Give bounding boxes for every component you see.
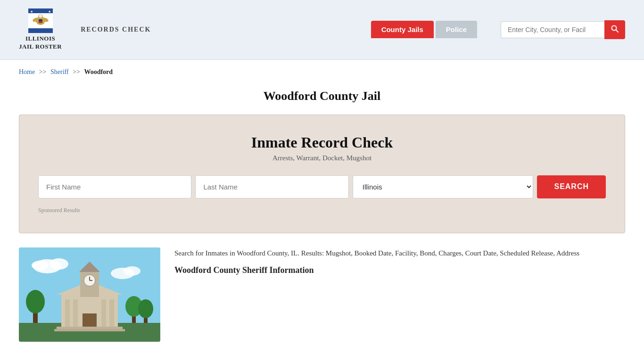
svg-rect-29 [65, 299, 70, 328]
svg-rect-30 [73, 299, 78, 328]
records-check-label: RECORDS CHECK [81, 26, 151, 33]
svg-point-20 [124, 266, 140, 276]
svg-rect-32 [109, 299, 114, 328]
breadcrumb-home[interactable]: Home [19, 68, 35, 75]
site-logo[interactable]: ★ ★ ILLINOIS JAIL ROSTER [19, 8, 62, 51]
inmate-search-box: Inmate Record Check Arrests, Warrant, Do… [19, 115, 625, 233]
svg-rect-41 [54, 329, 125, 331]
county-jails-button[interactable]: County Jails [371, 21, 434, 38]
search-icon [611, 25, 619, 33]
first-name-input[interactable] [38, 175, 191, 198]
svg-point-26 [138, 299, 153, 318]
svg-point-5 [39, 15, 42, 18]
header-search [501, 20, 625, 39]
county-building-illustration [19, 247, 160, 342]
inmate-search-title: Inmate Record Check [38, 134, 606, 151]
svg-rect-8 [39, 19, 42, 21]
svg-text:★: ★ [48, 10, 51, 14]
state-select[interactable]: IllinoisAlabamaAlaskaArizonaArkansasCali… [353, 175, 534, 198]
description-area: Search for Inmates in Woodford County, I… [174, 247, 625, 275]
svg-rect-2 [28, 28, 53, 33]
breadcrumb-current: Woodford [84, 68, 113, 75]
header-search-button[interactable] [604, 20, 625, 39]
svg-point-22 [26, 290, 45, 313]
site-header: ★ ★ ILLINOIS JAIL ROSTER RECORDS CHECK C… [0, 0, 644, 60]
svg-text:★: ★ [30, 10, 33, 14]
svg-rect-39 [83, 313, 97, 328]
description-heading1: Woodford County Sheriff Information [174, 265, 625, 275]
logo-text: ILLINOIS JAIL ROSTER [19, 35, 62, 51]
county-image [19, 247, 160, 342]
svg-point-17 [50, 258, 68, 270]
search-fields: IllinoisAlabamaAlaskaArizonaArkansasCali… [38, 175, 606, 198]
breadcrumb-sep2: >> [73, 68, 80, 75]
header-search-input[interactable] [501, 21, 604, 38]
svg-rect-40 [57, 327, 123, 329]
search-button[interactable]: SEARCH [537, 175, 606, 198]
description-paragraph1: Search for Inmates in Woodford County, I… [174, 247, 625, 259]
breadcrumb: Home >> Sheriff >> Woodford [0, 60, 644, 80]
bottom-section: Search for Inmates in Woodford County, I… [0, 247, 644, 356]
svg-rect-31 [101, 299, 106, 328]
illinois-flag-icon: ★ ★ [28, 8, 53, 33]
main-nav: County Jails Police [371, 21, 477, 38]
inmate-search-subtitle: Arrests, Warrant, Docket, Mugshot [38, 154, 606, 162]
page-title: Woodford County Jail [0, 89, 644, 103]
last-name-input[interactable] [195, 175, 348, 198]
sponsored-label: Sponsored Results [38, 207, 606, 214]
svg-line-14 [616, 30, 619, 32]
breadcrumb-sep1: >> [39, 68, 47, 75]
svg-point-18 [32, 261, 49, 270]
police-button[interactable]: Police [436, 21, 477, 38]
breadcrumb-sheriff[interactable]: Sheriff [50, 68, 69, 75]
